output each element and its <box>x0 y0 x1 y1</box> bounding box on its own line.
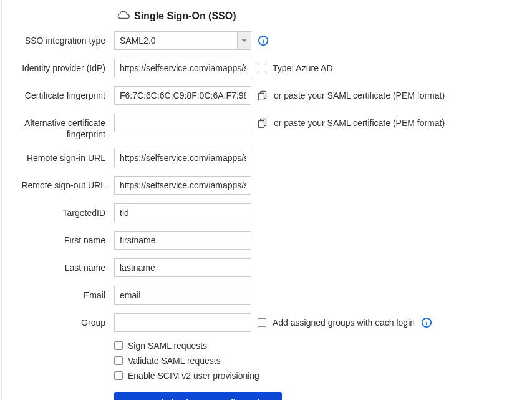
label-signout-url: Remote sign-out URL <box>14 176 114 191</box>
group-checkbox[interactable] <box>258 318 266 327</box>
label-last-name: Last name <box>14 258 114 273</box>
idp-type-prefix: Type: <box>273 63 296 73</box>
integration-type-value: SAML2.0 <box>115 32 237 49</box>
svg-text:i: i <box>263 37 264 44</box>
svg-rect-3 <box>259 94 264 100</box>
cert-fp-input[interactable] <box>114 86 251 105</box>
email-input[interactable] <box>114 286 251 305</box>
svg-rect-5 <box>259 121 264 128</box>
idp-type-value: Azure AD <box>296 63 332 73</box>
label-integration-type: SSO integration type <box>14 31 114 46</box>
sign-requests-label: Sign SAML requests <box>128 341 207 351</box>
label-first-name: First name <box>14 231 114 246</box>
group-input[interactable] <box>114 313 251 332</box>
idp-type-checkbox[interactable] <box>258 64 266 72</box>
info-icon[interactable]: i <box>258 35 269 46</box>
info-icon[interactable]: i <box>421 317 432 328</box>
label-idp: Identity provider (IdP) <box>14 59 114 74</box>
targeted-id-input[interactable] <box>114 203 251 222</box>
svg-text:i: i <box>426 319 428 326</box>
label-group: Group <box>14 313 114 328</box>
scim-checkbox[interactable] <box>114 371 123 380</box>
cert-fp-hint: or paste your SAML certificate (PEM form… <box>274 90 445 100</box>
validate-requests-label: Validate SAML requests <box>128 356 221 366</box>
last-name-input[interactable] <box>114 258 251 277</box>
label-signin-url: Remote sign-in URL <box>14 149 114 163</box>
cloud-icon <box>117 9 130 22</box>
idp-input[interactable] <box>114 59 251 77</box>
alt-cert-fp-hint: or paste your SAML certificate (PEM form… <box>274 118 445 128</box>
label-email: Email <box>14 286 114 301</box>
group-hint: Add assigned groups with each login <box>273 318 415 328</box>
validate-requests-checkbox[interactable] <box>114 356 123 365</box>
integration-type-select[interactable]: SAML2.0 <box>114 31 251 50</box>
section-header: Single Sign-On (SSO) <box>117 9 520 22</box>
scim-label: Enable SCIM v2 user provisioning <box>128 371 259 381</box>
label-cert-fp: Certificate fingerprint <box>14 86 114 101</box>
signin-url-input[interactable] <box>114 149 251 167</box>
chevron-down-icon[interactable] <box>237 32 251 49</box>
sign-requests-checkbox[interactable] <box>114 341 123 350</box>
alt-cert-fp-input[interactable] <box>114 114 251 132</box>
label-targeted-id: TargetedID <box>14 203 114 218</box>
save-button[interactable]: Save and check your configuration <box>114 392 282 400</box>
copy-icon[interactable] <box>258 118 268 128</box>
idp-type-label: Type: Azure AD <box>273 63 333 73</box>
first-name-input[interactable] <box>114 231 251 250</box>
copy-icon[interactable] <box>258 90 268 100</box>
label-alt-cert-fp: Alternative certificate fingerprint <box>14 114 114 140</box>
signout-url-input[interactable] <box>114 176 251 195</box>
section-title: Single Sign-On (SSO) <box>134 11 236 22</box>
